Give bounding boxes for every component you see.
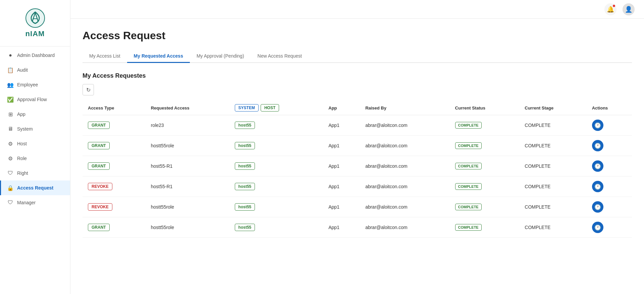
section-title: My Access Requestes	[83, 72, 632, 79]
clock-icon-1: 🕐	[594, 143, 601, 149]
sidebar-item-right[interactable]: 🛡Right	[0, 166, 70, 180]
col-requested-access: Requested Access	[146, 101, 229, 115]
tab-my-approval-pending[interactable]: My Approval (Pending)	[190, 50, 251, 63]
access-type-badge-1: GRANT	[88, 142, 110, 149]
cell-current-status-4: COMPLETE	[450, 197, 520, 217]
sidebar-item-host[interactable]: ⚙Host	[0, 136, 70, 151]
sidebar-item-manager[interactable]: 🛡Manager	[0, 195, 70, 210]
sidebar-item-access-request[interactable]: 🔒Access Request	[0, 180, 70, 195]
sidebar-item-label-role: Role	[17, 156, 27, 161]
cell-current-stage-5: COMPLETE	[519, 217, 586, 238]
action-button-4[interactable]: 🕐	[592, 201, 603, 213]
col-filter-badges: SYSTEM HOST	[229, 101, 323, 115]
clock-icon-3: 🕐	[594, 183, 601, 190]
logo-text: nIAM	[25, 29, 45, 38]
logo-svg	[25, 8, 45, 28]
cell-raised-by-0: abrar@aloitcon.com	[360, 115, 449, 136]
cell-access-type-0: GRANT	[83, 115, 146, 136]
sidebar-item-system[interactable]: 🖥System	[0, 122, 70, 136]
sidebar-scroll: ●Admin Dashboard📋Audit👥Employee✅Approval…	[0, 48, 70, 294]
sidebar-item-employee[interactable]: 👥Employee	[0, 77, 70, 92]
cell-actions-1: 🕐	[587, 136, 632, 156]
table-row: GRANT role23 host55 App1 abrar@aloitcon.…	[83, 115, 632, 136]
status-badge-2: COMPLETE	[455, 163, 482, 169]
sidebar-item-approval-flow[interactable]: ✅Approval Flow	[0, 92, 70, 107]
action-button-3[interactable]: 🕐	[592, 181, 603, 192]
access-type-badge-0: GRANT	[88, 122, 110, 129]
cell-current-stage-0: COMPLETE	[519, 115, 586, 136]
cell-host-badge-4: host55	[229, 197, 323, 217]
cell-current-status-5: COMPLETE	[450, 217, 520, 238]
user-avatar[interactable]: 👤	[623, 3, 635, 15]
refresh-button[interactable]: ↻	[83, 84, 94, 95]
action-button-1[interactable]: 🕐	[592, 140, 603, 151]
table-row: GRANT hostt55role host55 App1 abrar@aloi…	[83, 136, 632, 156]
cell-access-type-2: GRANT	[83, 156, 146, 176]
right-icon: 🛡	[7, 170, 14, 176]
col-app: App	[323, 101, 360, 115]
host-filter-badge[interactable]: HOST	[261, 104, 279, 112]
host-badge-5: host55	[235, 224, 255, 231]
cell-requested-access-0: role23	[146, 115, 229, 136]
sidebar-item-audit[interactable]: 📋Audit	[0, 63, 70, 77]
employee-icon: 👥	[7, 81, 14, 88]
cell-current-status-3: COMPLETE	[450, 176, 520, 197]
tab-my-requested-access[interactable]: My Requested Access	[127, 50, 190, 63]
cell-access-type-5: GRANT	[83, 217, 146, 238]
cell-host-badge-2: host55	[229, 156, 323, 176]
col-access-type: Access Type	[83, 101, 146, 115]
col-current-stage: Current Stage	[519, 101, 586, 115]
cell-access-type-4: REVOKE	[83, 197, 146, 217]
cell-raised-by-2: abrar@aloitcon.com	[360, 156, 449, 176]
cell-current-stage-4: COMPLETE	[519, 197, 586, 217]
access-requests-table: Access Type Requested Access SYSTEM HOST…	[83, 101, 632, 238]
sidebar-item-label-access-request: Access Request	[17, 185, 53, 191]
user-icon: 👤	[625, 6, 632, 13]
cell-host-badge-5: host55	[229, 217, 323, 238]
cell-requested-access-3: host55-R1	[146, 176, 229, 197]
cell-actions-0: 🕐	[587, 115, 632, 136]
sidebar-item-role[interactable]: ⚙Role	[0, 151, 70, 166]
cell-requested-access-1: hostt55role	[146, 136, 229, 156]
host-badge-4: host55	[235, 203, 255, 211]
topbar: 🔔 👤	[70, 0, 644, 19]
cell-access-type-1: GRANT	[83, 136, 146, 156]
tab-new-access-request[interactable]: New Access Request	[251, 50, 309, 63]
table-row: GRANT host55-R1 host55 App1 abrar@aloitc…	[83, 156, 632, 176]
system-filter-badge[interactable]: SYSTEM	[235, 104, 259, 112]
notification-button[interactable]: 🔔	[604, 3, 616, 15]
cell-actions-4: 🕐	[587, 197, 632, 217]
action-button-0[interactable]: 🕐	[592, 120, 603, 131]
cell-requested-access-4: hostt55role	[146, 197, 229, 217]
cell-raised-by-3: abrar@aloitcon.com	[360, 176, 449, 197]
notification-dot	[613, 5, 615, 7]
cell-actions-2: 🕐	[587, 156, 632, 176]
refresh-icon: ↻	[86, 87, 91, 93]
table-row: REVOKE host55-R1 host55 App1 abrar@aloit…	[83, 176, 632, 197]
sidebar-item-admin-dashboard[interactable]: ●Admin Dashboard	[0, 48, 70, 63]
manager-icon: 🛡	[7, 199, 14, 206]
cell-current-status-1: COMPLETE	[450, 136, 520, 156]
col-current-status: Current Status	[450, 101, 520, 115]
sidebar-item-label-manager: Manager	[17, 200, 36, 205]
table-row: GRANT hostt55role host55 App1 abrar@aloi…	[83, 217, 632, 238]
sidebar-item-label-employee: Employee	[17, 82, 38, 87]
logo-area: nIAM	[0, 0, 70, 45]
table-row: REVOKE hostt55role host55 App1 abrar@alo…	[83, 197, 632, 217]
tab-my-access-list[interactable]: My Access List	[83, 50, 127, 63]
cell-app-3: App1	[323, 176, 360, 197]
cell-app-0: App1	[323, 115, 360, 136]
sidebar-item-label-audit: Audit	[17, 67, 28, 73]
action-button-5[interactable]: 🕐	[592, 222, 603, 233]
action-button-2[interactable]: 🕐	[592, 160, 603, 172]
role-icon: ⚙	[7, 155, 14, 162]
col-actions: Actions	[587, 101, 632, 115]
cell-app-4: App1	[323, 197, 360, 217]
sidebar-item-app[interactable]: ⊞App	[0, 107, 70, 122]
status-badge-5: COMPLETE	[455, 224, 482, 231]
sidebar-item-label-admin-dashboard: Admin Dashboard	[17, 53, 55, 58]
cell-requested-access-5: hostt55role	[146, 217, 229, 238]
app-icon: ⊞	[7, 111, 14, 118]
table-container: Access Type Requested Access SYSTEM HOST…	[83, 101, 632, 238]
system-icon: 🖥	[7, 126, 14, 132]
